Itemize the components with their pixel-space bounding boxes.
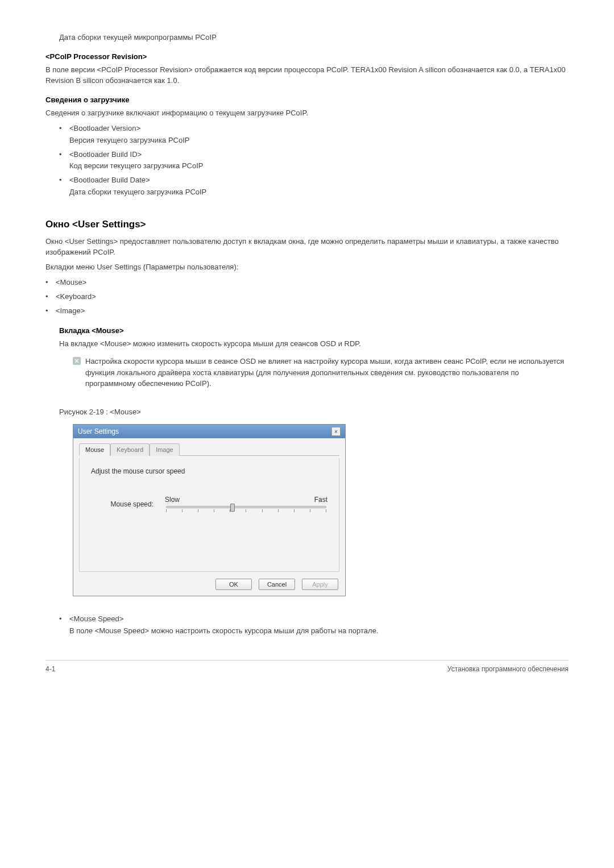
note-text: Настройка скорости курсора мыши в сеансе… xyxy=(85,356,569,389)
item-label: <Mouse Speed> xyxy=(69,614,123,623)
user-settings-dialog: User Settings × Mouse Keyboard Image Adj… xyxy=(73,424,346,596)
mouse-speed-list: <Mouse Speed> В поле <Mouse Speed> можно… xyxy=(59,613,569,637)
item-desc: Код версии текущего загрузчика PCoIP xyxy=(69,161,204,170)
list-item: <Bootloader Build ID> Код версии текущег… xyxy=(59,149,569,173)
tab-image[interactable]: Image xyxy=(150,443,180,456)
dialog-tabs: Mouse Keyboard Image xyxy=(79,443,339,456)
tab-mouse[interactable]: Mouse xyxy=(79,443,110,456)
item-desc: Версия текущего загрузчика PCoIP xyxy=(69,136,189,144)
item-desc: В поле <Mouse Speed> можно настроить ско… xyxy=(69,626,378,635)
apply-button[interactable]: Apply xyxy=(302,579,338,590)
list-item: <Bootloader Version> Версия текущего заг… xyxy=(59,123,569,147)
mouse-tab-para: На вкладке <Mouse> можно изменить скорос… xyxy=(59,338,569,350)
panel-heading: Adjust the mouse cursor speed xyxy=(91,467,327,475)
user-settings-tabs-list: <Mouse> <Keyboard> <Image> xyxy=(45,277,569,317)
tab-keyboard[interactable]: Keyboard xyxy=(110,443,150,456)
fast-label: Fast xyxy=(314,496,327,504)
footer-left: 4-1 xyxy=(45,665,55,673)
mouse-speed-slider[interactable] xyxy=(166,506,326,508)
list-item: <Bootloader Build Date> Дата сборки теку… xyxy=(59,175,569,198)
processor-revision-text: В поле версии <PCoIP Processor Revision>… xyxy=(45,64,569,86)
page-footer: 4-1 Установка программного обеспечения xyxy=(45,660,569,673)
mouse-tab-heading: Вкладка <Mouse> xyxy=(59,326,569,335)
dialog-title: User Settings xyxy=(78,427,119,435)
item-label: <Bootloader Version> xyxy=(69,124,140,132)
bootloader-list: <Bootloader Version> Версия текущего заг… xyxy=(45,123,569,198)
processor-revision-heading: <PCoIP Processor Revision> xyxy=(45,52,569,61)
list-item: <Mouse Speed> В поле <Mouse Speed> можно… xyxy=(59,613,569,637)
item-desc: Дата сборки текущего загрузчика PCoIP xyxy=(69,188,206,196)
mouse-speed-label: Mouse speed: xyxy=(91,500,165,508)
dialog-button-row: OK Cancel Apply xyxy=(73,574,345,596)
user-settings-para: Окно <User Settings> предоставляет польз… xyxy=(45,236,569,258)
footer-right: Установка программного обеспечения xyxy=(447,665,569,673)
intro-build-date: Дата сборки текущей микропрограммы PCoIP xyxy=(59,32,569,43)
ok-button[interactable]: OK xyxy=(215,579,252,590)
list-item: <Image> xyxy=(45,305,569,317)
bootloader-intro: Сведения о загрузчике включают информаци… xyxy=(45,107,569,119)
figure-caption: Рисунок 2-19 : <Mouse> xyxy=(59,406,569,418)
slider-thumb[interactable] xyxy=(230,504,235,512)
item-label: <Bootloader Build ID> xyxy=(69,150,142,159)
close-button[interactable]: × xyxy=(331,427,341,436)
user-settings-heading: Окно <User Settings> xyxy=(45,219,569,230)
bootloader-heading: Сведения о загрузчике xyxy=(45,95,569,104)
slider-ticks xyxy=(165,509,327,512)
cancel-button[interactable]: Cancel xyxy=(259,579,295,590)
list-item: <Mouse> xyxy=(45,277,569,289)
dialog-titlebar: User Settings × xyxy=(73,425,345,438)
user-settings-tabs-intro: Вкладки меню User Settings (Параметры по… xyxy=(45,261,569,273)
item-label: <Bootloader Build Date> xyxy=(69,176,150,184)
list-item: <Keyboard> xyxy=(45,291,569,303)
note-icon xyxy=(73,357,81,365)
tab-panel-mouse: Adjust the mouse cursor speed Mouse spee… xyxy=(79,458,339,572)
slow-label: Slow xyxy=(165,496,180,504)
note-block: Настройка скорости курсора мыши в сеансе… xyxy=(73,356,569,389)
